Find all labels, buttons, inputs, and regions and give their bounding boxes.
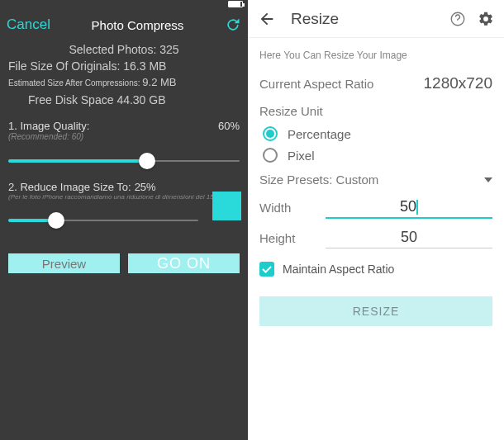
app-title: Photo Compress (92, 18, 184, 32)
radio-percentage-label: Percentage (288, 127, 351, 141)
reduce-section: 2. Reduce Image Size To: 25% (Per le fot… (0, 181, 248, 230)
width-row: Width 50 (259, 196, 492, 219)
resize-body: Here You Can Resize Your Image Current A… (248, 38, 504, 277)
reduce-label: 2. Reduce Image Size To: (8, 181, 131, 193)
quality-hint: (Recommended: 60) (8, 132, 240, 141)
aspect-ratio-value: 1280x720 (424, 74, 492, 92)
info-block: Selected Photos: 325 File Size Of Origin… (0, 41, 248, 108)
left-nav: Cancel Photo Compress (0, 8, 248, 41)
estimated-size-row: Estimated Size After Compressions: 9.2 M… (8, 74, 240, 92)
radio-percentage[interactable]: Percentage (263, 126, 492, 141)
selected-photos-row: Selected Photos: 325 (8, 41, 240, 58)
aspect-ratio-row: Current Aspect Ratio 1280x720 (259, 74, 492, 92)
resize-hint: Here You Can Resize Your Image (259, 50, 492, 61)
radio-icon (263, 126, 278, 141)
help-icon[interactable] (449, 11, 466, 27)
maintain-aspect-checkbox[interactable]: Maintain Aspect Ratio (259, 262, 492, 277)
resize-unit-label: Resize Unit (259, 104, 492, 118)
height-row: Height 50 (259, 227, 492, 248)
size-presets-label: Size Presets: (259, 173, 332, 187)
aspect-ratio-label: Current Aspect Ratio (259, 77, 373, 91)
right-nav: Resize (248, 0, 504, 38)
check-icon (259, 262, 274, 277)
quality-slider[interactable] (8, 151, 240, 171)
preview-button[interactable]: Preview (8, 253, 120, 273)
back-icon[interactable] (258, 10, 276, 28)
reduce-value: 25% (135, 181, 156, 193)
radio-pixel-label: Pixel (288, 149, 315, 163)
battery-icon (228, 1, 243, 7)
maintain-aspect-label: Maintain Aspect Ratio (283, 263, 394, 276)
preview-thumbnail[interactable] (212, 192, 241, 220)
width-input[interactable]: 50 (326, 196, 492, 219)
resize-unit-group: Percentage Pixel (263, 126, 492, 163)
page-title: Resize (291, 10, 438, 28)
quality-value: 60% (218, 120, 240, 132)
chevron-down-icon (484, 177, 492, 182)
go-on-button[interactable]: GO ON (128, 253, 240, 273)
size-presets-dropdown[interactable]: Size Presets: Custom (259, 173, 492, 187)
quality-label: 1. Image Quality: (8, 120, 89, 132)
reduce-slider[interactable] (8, 211, 198, 230)
size-presets-value: Custom (336, 173, 379, 187)
height-input[interactable]: 50 (326, 227, 492, 248)
cancel-button[interactable]: Cancel (7, 17, 50, 33)
status-bar (0, 0, 248, 8)
filesize-row: File Size Of Originals: 16.3 MB (8, 58, 240, 74)
gear-icon[interactable] (478, 11, 494, 27)
resize-button[interactable]: RESIZE (259, 296, 492, 326)
width-label: Width (259, 201, 326, 215)
radio-pixel[interactable]: Pixel (263, 148, 492, 163)
resize-panel: Resize Here You Can Resize Your Image Cu… (248, 0, 504, 440)
reduce-hint: (Per le foto iPhone raccomandiamo una ri… (8, 193, 240, 201)
radio-icon (263, 148, 278, 163)
button-row: Preview GO ON (0, 253, 248, 273)
photo-compress-panel: Cancel Photo Compress Selected Photos: 3… (0, 0, 248, 440)
quality-section: 1. Image Quality: 60% (Recommended: 60) (0, 120, 248, 171)
freedisk-row: Free Disk Space 44.30 GB (8, 92, 240, 108)
refresh-icon[interactable] (225, 17, 241, 33)
height-label: Height (259, 231, 326, 245)
